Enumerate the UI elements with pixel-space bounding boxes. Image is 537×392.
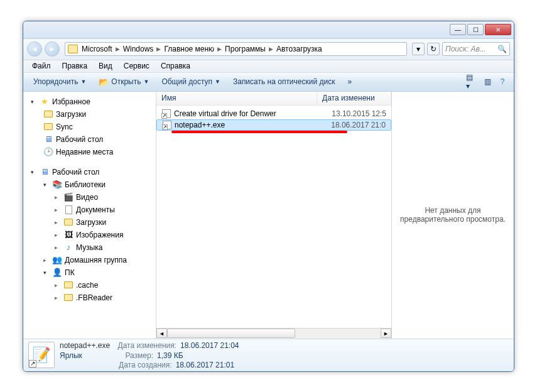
music-icon: ♪	[63, 242, 73, 253]
scroll-right-button[interactable]: ►	[381, 329, 391, 338]
forward-button[interactable]: ►	[45, 41, 60, 57]
scroll-left-button[interactable]: ◄	[156, 329, 167, 338]
nav-music[interactable]: ▸♪Музыка	[23, 241, 156, 254]
nav-desktop[interactable]: 🖥Рабочий стол	[23, 133, 156, 146]
chevron-right-icon[interactable]: ▶	[267, 46, 275, 52]
expand-icon[interactable]: ▸	[55, 219, 61, 226]
titlebar: — ☐ ✕	[23, 21, 514, 39]
crumb-programs[interactable]: Программы	[224, 45, 267, 53]
address-bar[interactable]: Microsoft▶ Windows▶ Главное меню▶ Програ…	[65, 42, 407, 56]
nav-pc[interactable]: ▾👤ПК	[23, 266, 156, 279]
expand-icon[interactable]: ▸	[55, 207, 61, 213]
nav-desktop-root[interactable]: ▾🖥Рабочий стол	[23, 166, 156, 178]
file-row[interactable]: Create virtual drive for Denwer 13.10.20…	[156, 108, 391, 119]
document-icon	[63, 205, 73, 215]
desktop-icon: 🖥	[40, 167, 50, 177]
crumb-startup[interactable]: Автозагрузка	[275, 45, 323, 53]
burn-button[interactable]: Записать на оптический диск	[228, 75, 340, 88]
open-icon: 📂	[99, 77, 109, 87]
file-pane: Имя Дата изменени Create virtual drive f…	[156, 92, 392, 339]
menu-view[interactable]: Вид	[94, 60, 117, 72]
more-button[interactable]: »	[342, 75, 357, 88]
expand-icon[interactable]: ▸	[55, 282, 61, 288]
nav-recent[interactable]: 🕑Недавние места	[23, 146, 156, 158]
scroll-track[interactable]	[167, 329, 381, 338]
help-button[interactable]: ?	[496, 75, 509, 88]
collapse-icon[interactable]: ▾	[31, 99, 37, 105]
preview-text: Нет данных для предварительного просмотр…	[398, 206, 507, 224]
share-button[interactable]: Общий доступ▼	[156, 75, 225, 88]
organize-button[interactable]: Упорядочить▼	[28, 75, 91, 88]
expand-icon[interactable]: ▸	[55, 232, 61, 238]
libraries-icon: 📚	[52, 180, 62, 190]
nav-cache[interactable]: ▸.cache	[23, 279, 156, 291]
details-type: Ярлык	[60, 351, 115, 360]
preview-pane-button[interactable]: ▥	[481, 75, 494, 88]
chevron-right-icon[interactable]: ▶	[114, 46, 122, 52]
folder-icon	[63, 293, 73, 303]
search-input[interactable]: Поиск: Ав... 🔍	[442, 42, 510, 56]
nav-sync[interactable]: Sync	[23, 121, 156, 133]
expand-icon[interactable]: ▸	[55, 244, 61, 251]
maximize-button[interactable]: ☐	[467, 24, 484, 35]
nav-downloads[interactable]: Загрузки	[23, 108, 156, 121]
collapse-icon[interactable]: ▾	[31, 169, 37, 175]
details-datemod: 18.06.2017 21:04	[180, 341, 239, 351]
expand-icon[interactable]: ▸	[43, 257, 50, 263]
crumb-windows[interactable]: Windows	[122, 45, 155, 53]
crumb-microsoft[interactable]: Microsoft	[80, 45, 114, 53]
menu-tools[interactable]: Сервис	[119, 60, 155, 72]
horizontal-scrollbar[interactable]: ◄ ►	[156, 328, 391, 339]
explorer-window: — ☐ ✕ ◄ ► Microsoft▶ Windows▶ Главное ме…	[23, 21, 514, 372]
column-name[interactable]: Имя	[156, 92, 317, 105]
details-datemod-label: Дата изменения:	[114, 341, 176, 351]
desktop-icon: 🖥	[43, 134, 53, 144]
expand-icon[interactable]: ▸	[55, 194, 61, 200]
nav-fbreader[interactable]: ▸.FBReader	[23, 291, 156, 304]
collapse-icon[interactable]: ▾	[43, 270, 50, 276]
collapse-icon[interactable]: ▾	[43, 182, 50, 188]
open-button[interactable]: 📂Открыть▼	[94, 75, 154, 89]
file-name: notepad++.exe	[175, 121, 318, 129]
scroll-thumb[interactable]	[167, 329, 295, 338]
folder-icon	[68, 45, 78, 53]
menu-file[interactable]: Файл	[27, 60, 56, 72]
nav-favorites[interactable]: ▾★Избранное	[23, 95, 156, 108]
nav-documents[interactable]: ▸Документы	[23, 204, 156, 216]
chevron-right-icon[interactable]: ▶	[215, 46, 224, 52]
file-row[interactable]: notepad++.exe 18.06.2017 21:0	[156, 119, 391, 131]
column-date[interactable]: Дата изменени	[317, 92, 391, 105]
address-dropdown[interactable]: ▾	[412, 43, 425, 55]
close-button[interactable]: ✕	[485, 24, 511, 35]
menu-help[interactable]: Справка	[156, 60, 195, 72]
shortcut-icon	[161, 109, 171, 119]
chevron-right-icon[interactable]: ▶	[155, 46, 163, 52]
folder-icon	[63, 280, 73, 290]
homegroup-icon: 👥	[52, 255, 62, 265]
menubar: Файл Правка Вид Сервис Справка	[23, 60, 514, 73]
images-icon: 🖼	[63, 230, 73, 240]
crumb-mainmenu[interactable]: Главное меню	[163, 45, 215, 53]
details-created: 18.06.2017 21:01	[176, 361, 234, 369]
body: ▾★Избранное Загрузки Sync 🖥Рабочий стол …	[23, 92, 514, 339]
details-pane: 📝 notepad++.exe Дата изменения: 18.06.20…	[23, 339, 514, 371]
shortcut-icon	[162, 120, 172, 130]
folder-icon	[43, 122, 53, 132]
nav-libraries[interactable]: ▾📚Библиотеки	[23, 178, 156, 191]
search-icon[interactable]: 🔍	[497, 45, 507, 53]
menu-edit[interactable]: Правка	[57, 60, 93, 72]
nav-downloads2[interactable]: ▸Загрузки	[23, 216, 156, 229]
nav-video[interactable]: ▸🎬Видео	[23, 191, 156, 204]
refresh-button[interactable]: ↻	[427, 43, 440, 55]
nav-images[interactable]: ▸🖼Изображения	[23, 229, 156, 241]
details-size-label: Размер:	[119, 351, 153, 360]
file-list[interactable]: Create virtual drive for Denwer 13.10.20…	[156, 106, 391, 328]
nav-homegroup[interactable]: ▸👥Домашняя группа	[23, 254, 156, 266]
view-options-button[interactable]: ▤ ▾	[466, 75, 479, 88]
navigation-pane: ▾★Избранное Загрузки Sync 🖥Рабочий стол …	[23, 92, 156, 339]
expand-icon[interactable]: ▸	[55, 295, 61, 301]
file-name: Create virtual drive for Denwer	[174, 109, 317, 118]
back-button[interactable]: ◄	[27, 41, 42, 57]
minimize-button[interactable]: —	[450, 24, 466, 35]
toolbar: Упорядочить▼ 📂Открыть▼ Общий доступ▼ Зап…	[23, 73, 514, 92]
